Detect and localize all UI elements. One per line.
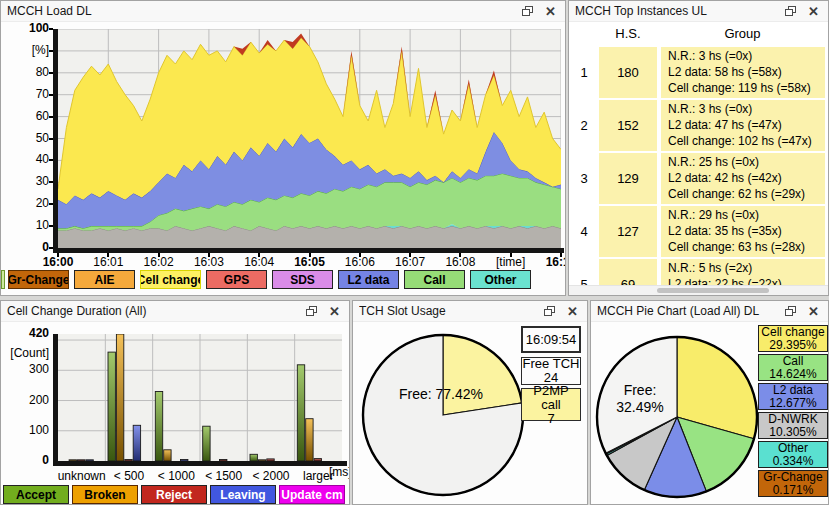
row-group: N.R.: 29 hs (=0x)L2 data: 35 hs (=35x)Ce…	[661, 206, 825, 257]
duration-legend: AcceptBrokenRejectLeavingUpdate cm	[3, 485, 349, 504]
time-box: 16:09:54	[521, 326, 581, 353]
y-axis-tick	[49, 181, 53, 183]
row-group: N.R.: 3 hs (=0x)L2 data: 58 hs (=58x)Cel…	[661, 47, 825, 98]
tch-chart-area: Free: 77.42% 16:09:54 Free TCH 24 P2MP c…	[353, 322, 587, 504]
panel-title: MCCH Pie Chart (Load All) DL	[597, 304, 785, 318]
close-icon[interactable]: ✕	[808, 5, 819, 18]
table-row[interactable]: 4127N.R.: 29 hs (=0x)L2 data: 35 hs (=35…	[569, 206, 825, 257]
x-axis-label: [time]	[487, 255, 535, 269]
x-axis-tick	[158, 253, 160, 257]
legend-button-reject[interactable]: Reject	[141, 485, 207, 504]
float-window-icon[interactable]	[544, 306, 555, 316]
pie-legend-item-gr-change[interactable]: Gr-Change0.171%	[758, 470, 828, 497]
legend-button-cell-change[interactable]: Cell change	[140, 270, 201, 289]
x-axis-label: 16:08	[436, 255, 484, 269]
legend-button-aie[interactable]: AIE	[74, 270, 135, 289]
row-hs-value: 127	[599, 206, 657, 257]
close-icon[interactable]: ✕	[329, 305, 340, 318]
pie-legend-item-cell-change[interactable]: Cell change29.395%	[758, 325, 828, 352]
group-line: Cell change: 119 hs (=58x)	[668, 80, 818, 96]
y-axis-label: 50	[3, 131, 49, 145]
pie-free-line1: Free:	[599, 382, 681, 399]
duration-bar-chart	[58, 334, 342, 461]
x-axis-label: 16:04	[235, 255, 283, 269]
x-axis-tick	[107, 253, 109, 257]
legend-button-call[interactable]: Call	[404, 270, 465, 289]
y-axis-tick	[49, 203, 53, 205]
panel-mcch-load-dl: MCCH Load DL ✕ 100[%]8070605040302010016…	[0, 0, 566, 296]
top-instances-table: H.S. Group 1180N.R.: 3 hs (=0x)L2 data: …	[569, 22, 828, 295]
scrollbar-thumb[interactable]	[657, 288, 769, 293]
pie-free-line2: 32.49%	[599, 399, 681, 416]
close-icon[interactable]: ✕	[808, 305, 819, 318]
legend-button-gps[interactable]: GPS	[206, 270, 267, 289]
y-axis-label: [Count]	[1, 346, 49, 360]
close-icon[interactable]: ✕	[545, 5, 556, 18]
pie-legend-name: Other	[778, 442, 808, 455]
row-hs-value: 69	[599, 259, 657, 287]
row-rank: 2	[571, 100, 597, 151]
x-axis-label: 16:02	[135, 255, 183, 269]
mcch-pie-chart-area: Free: 32.49% Cell change29.395%Call14.62…	[591, 322, 828, 504]
table-row[interactable]: 569N.R.: 5 hs (=2x)L2 data: 22 hs (=22x)	[569, 259, 825, 287]
dashboard-root: { "panels": { "load": { "title": "MCCH L…	[0, 0, 829, 505]
float-window-icon[interactable]	[306, 306, 317, 316]
y-axis-label: 100	[3, 22, 49, 35]
group-line: L2 data: 42 hs (=42x)	[668, 170, 818, 186]
legend-button-update-cm[interactable]: Update cm	[279, 485, 345, 504]
legend-button-l2-data[interactable]: L2 data	[338, 270, 399, 289]
panel-titlebar[interactable]: MCCH Top Instances UL ✕	[569, 1, 828, 22]
group-line: N.R.: 3 hs (=0x)	[668, 48, 818, 64]
x-axis-tick	[57, 253, 59, 257]
x-axis-label: < 2000	[245, 469, 297, 483]
legend-button-partial[interactable]	[1, 270, 5, 289]
x-axis-label: < 1500	[198, 469, 250, 483]
pie-legend-name: D-NWRK	[768, 413, 817, 426]
pie-legend-item-d-nwrk[interactable]: D-NWRK10.305%	[758, 412, 828, 439]
load-stacked-area-chart	[58, 29, 561, 248]
pie-free-label: Free: 32.49%	[599, 382, 681, 416]
legend-button-leaving[interactable]: Leaving	[210, 485, 276, 504]
panel-title: MCCH Load DL	[7, 4, 522, 18]
x-axis-tick	[258, 253, 260, 257]
y-axis-label: 20	[3, 196, 49, 210]
pie-legend-item-other[interactable]: Other0.334%	[758, 441, 828, 468]
legend-button-gr-change[interactable]: Gr-Change	[8, 270, 69, 289]
table-row[interactable]: 2152N.R.: 3 hs (=0x)L2 data: 47 hs (=47x…	[569, 100, 825, 151]
y-axis-label: 100	[1, 423, 49, 437]
legend-button-sds[interactable]: SDS	[272, 270, 333, 289]
panel-titlebar[interactable]: Cell Change Duration (All) ✕	[1, 301, 349, 322]
y-axis-label: 40	[3, 152, 49, 166]
duration-chart-area: 420[Count]3002001000unknown< 500< 1000< …	[1, 322, 349, 504]
legend-button-other[interactable]: Other	[470, 270, 531, 289]
close-icon[interactable]: ✕	[567, 305, 578, 318]
legend-button-accept[interactable]: Accept	[3, 485, 69, 504]
float-window-icon[interactable]	[785, 6, 796, 16]
panel-titlebar[interactable]: MCCH Pie Chart (Load All) DL ✕	[591, 301, 828, 322]
pie-legend-item-call[interactable]: Call14.624%	[758, 354, 828, 381]
y-axis-label: [%]	[3, 43, 49, 57]
time-value: 16:09:54	[526, 333, 577, 347]
row-group: N.R.: 5 hs (=2x)L2 data: 22 hs (=22x)	[661, 259, 825, 287]
panel-title: Cell Change Duration (All)	[7, 304, 306, 318]
panel-titlebar[interactable]: MCCH Load DL ✕	[1, 1, 565, 22]
row-hs-value: 129	[599, 153, 657, 204]
table-row[interactable]: 3129N.R.: 25 hs (=0x)L2 data: 42 hs (=42…	[569, 153, 825, 204]
table-rows: 1180N.R.: 3 hs (=0x)L2 data: 58 hs (=58x…	[569, 47, 828, 287]
panel-tch-slot-usage: TCH Slot Usage ✕ Free: 77.42% 16:09:54 F…	[352, 300, 588, 505]
group-line: N.R.: 25 hs (=0x)	[668, 154, 818, 170]
mcch-pie-legend: Cell change29.395%Call14.624%L2 data12.6…	[758, 325, 828, 497]
panel-titlebar[interactable]: TCH Slot Usage ✕	[353, 301, 587, 322]
table-row[interactable]: 1180N.R.: 3 hs (=0x)L2 data: 58 hs (=58x…	[569, 47, 825, 98]
free-tch-label: Free TCH	[523, 357, 580, 371]
pie-legend-pct: 0.334%	[773, 455, 814, 468]
x-axis-label: 16:01	[84, 255, 132, 269]
pie-legend-item-l2-data[interactable]: L2 data12.677%	[758, 383, 828, 410]
float-window-icon[interactable]	[785, 306, 796, 316]
horizontal-scrollbar[interactable]	[569, 285, 828, 295]
float-window-icon[interactable]	[522, 6, 533, 16]
y-axis-tick	[49, 50, 53, 52]
legend-button-broken[interactable]: Broken	[72, 485, 138, 504]
y-axis	[53, 29, 58, 253]
y-axis-tick	[49, 116, 53, 118]
